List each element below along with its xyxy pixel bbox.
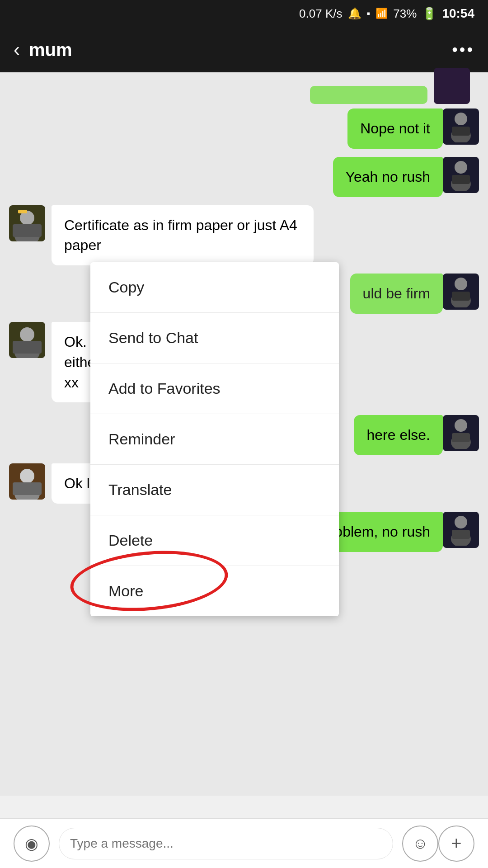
signal-icon: 📶 <box>375 8 388 19</box>
bell-icon: 🔔 <box>348 7 361 20</box>
chat-header: ‹ mum ••• <box>0 27 488 72</box>
svg-rect-5 <box>452 175 470 184</box>
svg-rect-27 <box>452 530 470 539</box>
svg-rect-13 <box>452 292 470 301</box>
svg-point-11 <box>455 278 467 290</box>
context-menu-copy[interactable]: Copy <box>90 262 339 313</box>
message-row: Certificate as in firm paper or just A4 … <box>9 205 479 266</box>
partial-top-message <box>9 81 479 104</box>
avatar <box>443 108 479 145</box>
message-bubble[interactable]: Yeah no rush <box>333 157 443 197</box>
clock: 10:54 <box>442 6 474 21</box>
context-menu-more[interactable]: More <box>90 566 339 616</box>
svg-rect-24 <box>13 482 42 495</box>
svg-rect-2 <box>452 127 470 136</box>
svg-rect-10 <box>18 210 27 213</box>
chat-area: Nope not it Yeah no rush <box>0 72 488 796</box>
emoji-button[interactable]: ☺ <box>402 826 438 862</box>
sim-icon: ▪ <box>367 8 371 19</box>
svg-point-0 <box>455 113 467 125</box>
context-menu: Copy Send to Chat Add to Favorites Remin… <box>90 262 339 616</box>
back-button[interactable]: ‹ <box>14 39 20 61</box>
add-button[interactable]: + <box>438 826 474 862</box>
svg-rect-17 <box>13 341 42 354</box>
avatar <box>443 512 479 548</box>
message-bubble[interactable]: Certificate as in firm paper or just A4 … <box>52 205 314 266</box>
svg-rect-9 <box>13 224 42 237</box>
network-speed: 0.07 K/s <box>299 7 342 21</box>
svg-point-22 <box>20 469 34 483</box>
context-menu-add-to-favorites[interactable]: Add to Favorites <box>90 363 339 414</box>
more-options-button[interactable]: ••• <box>452 40 474 59</box>
message-row: Nope not it <box>9 108 479 149</box>
avatar <box>9 463 45 500</box>
avatar <box>443 415 479 451</box>
message-bubble[interactable]: here else. <box>354 415 443 455</box>
battery-percent: 73% <box>393 7 417 21</box>
message-input[interactable] <box>59 828 393 859</box>
message-bubble[interactable]: Nope not it <box>347 108 443 149</box>
chat-title: mum <box>29 40 452 60</box>
avatar <box>9 322 45 358</box>
message-row: Yeah no rush <box>9 157 479 197</box>
status-bar: 0.07 K/s 🔔 ▪ 📶 73% 🔋 10:54 <box>0 0 488 27</box>
message-bubble[interactable]: uld be firm <box>350 274 443 314</box>
svg-rect-20 <box>452 433 470 442</box>
context-menu-translate[interactable]: Translate <box>90 465 339 515</box>
context-menu-send-to-chat[interactable]: Send to Chat <box>90 313 339 363</box>
bottom-bar: ◉ ☺ + <box>0 818 488 868</box>
battery-icon: 🔋 <box>422 7 436 21</box>
avatar <box>443 157 479 193</box>
partial-bubble <box>310 86 427 104</box>
avatar <box>434 68 470 104</box>
avatar <box>9 205 45 241</box>
context-menu-delete[interactable]: Delete <box>90 515 339 566</box>
svg-point-3 <box>455 161 467 174</box>
voice-button[interactable]: ◉ <box>14 826 50 862</box>
svg-point-18 <box>455 419 467 432</box>
svg-point-15 <box>20 327 34 342</box>
context-menu-reminder[interactable]: Reminder <box>90 414 339 465</box>
svg-point-25 <box>455 516 467 528</box>
avatar <box>443 274 479 310</box>
